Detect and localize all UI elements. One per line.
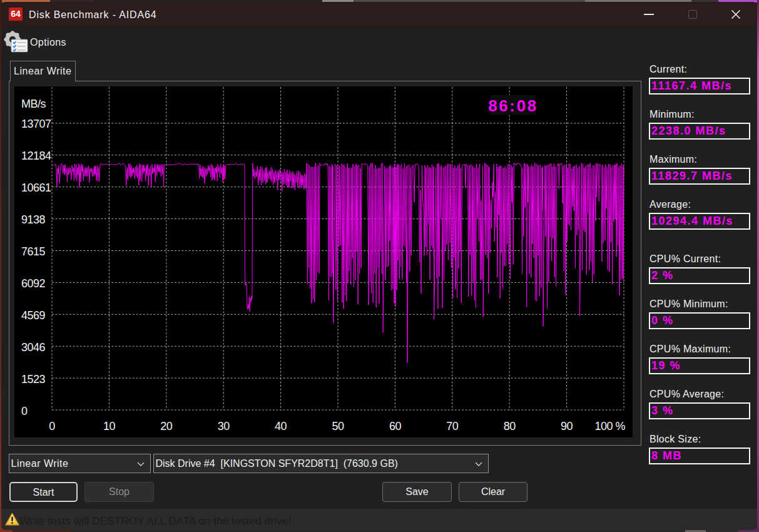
svg-text:10661: 10661 <box>21 182 51 194</box>
svg-text:12184: 12184 <box>21 150 51 162</box>
svg-text:MB/s: MB/s <box>21 98 46 110</box>
svg-text:0: 0 <box>21 405 28 417</box>
svg-text:9138: 9138 <box>21 213 46 226</box>
svg-text:13707: 13707 <box>21 118 51 130</box>
svg-text:6092: 6092 <box>21 277 46 290</box>
svg-text:40: 40 <box>275 420 287 432</box>
svg-text:86:08: 86:08 <box>488 96 538 115</box>
svg-text:60: 60 <box>389 420 402 432</box>
svg-text:90: 90 <box>561 420 573 432</box>
svg-text:10: 10 <box>103 420 116 432</box>
svg-text:7615: 7615 <box>21 245 46 258</box>
svg-text:80: 80 <box>504 420 516 432</box>
svg-text:1523: 1523 <box>21 373 46 386</box>
svg-text:4569: 4569 <box>21 309 46 322</box>
svg-text:70: 70 <box>446 420 459 432</box>
svg-text:50: 50 <box>332 420 344 432</box>
svg-text:3046: 3046 <box>21 341 46 354</box>
svg-text:0: 0 <box>49 420 55 432</box>
svg-text:30: 30 <box>218 420 230 432</box>
svg-text:20: 20 <box>160 420 173 432</box>
svg-text:100 %: 100 % <box>594 420 625 432</box>
